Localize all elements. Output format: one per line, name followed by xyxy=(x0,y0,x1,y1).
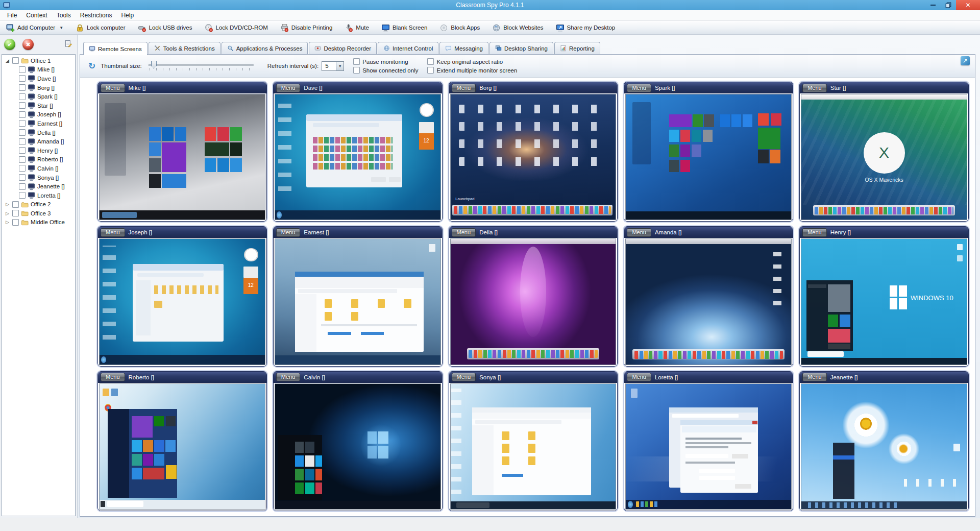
checkbox[interactable] xyxy=(19,93,26,100)
tree-item-amanda[interactable]: Amanda [] xyxy=(2,137,75,146)
add-computer-button[interactable]: Add Computer▼ xyxy=(6,23,63,32)
checkbox[interactable] xyxy=(19,75,26,82)
tree-item-borg[interactable]: Borg [] xyxy=(2,83,75,92)
panel-menu-button[interactable]: Menu xyxy=(452,228,476,237)
tab-internet-control[interactable]: Internet Control xyxy=(378,42,438,54)
checkbox[interactable] xyxy=(353,58,360,65)
tab-remote-screens[interactable]: Remote Screens xyxy=(83,42,148,55)
tree-item-star[interactable]: Star [] xyxy=(2,101,75,110)
restore-button[interactable] xyxy=(941,0,956,10)
connect-button[interactable]: ✔ xyxy=(4,39,15,50)
remote-screen-thumbnail[interactable] xyxy=(275,239,440,364)
menu-restrictions[interactable]: Restrictions xyxy=(76,11,117,20)
tree-item-henry[interactable]: Henry [] xyxy=(2,146,75,155)
block-websites-button[interactable]: Block Websites xyxy=(492,23,543,32)
minimize-button[interactable] xyxy=(925,0,941,10)
tab-desktop-sharing[interactable]: Desktop Sharing xyxy=(489,42,553,54)
tree-item-sonya[interactable]: Sonya [] xyxy=(2,173,75,182)
checkbox[interactable] xyxy=(19,156,26,163)
option-show-connected-only[interactable]: Show connected only xyxy=(353,67,418,74)
panel-menu-button[interactable]: Menu xyxy=(276,228,301,237)
disconnect-button[interactable]: ✖ xyxy=(22,39,34,50)
checkbox[interactable] xyxy=(12,219,19,226)
checkbox[interactable] xyxy=(19,66,26,73)
tree-group-office-3[interactable]: ▷Office 3 xyxy=(2,209,75,218)
tree-group-office-2[interactable]: ▷Office 2 xyxy=(2,200,75,209)
close-button[interactable]: ✕ xyxy=(956,0,980,10)
remote-screen-thumbnail[interactable] xyxy=(100,94,265,220)
panel-menu-button[interactable]: Menu xyxy=(101,373,125,381)
panel-menu-button[interactable]: Menu xyxy=(452,84,476,92)
checkbox[interactable] xyxy=(427,58,434,65)
tree-item-dave[interactable]: Dave [] xyxy=(2,74,75,83)
panel-menu-button[interactable]: Menu xyxy=(802,84,827,92)
blank-screen-button[interactable]: Blank Screen xyxy=(381,23,427,32)
refresh-icon[interactable]: ↻ xyxy=(88,61,95,71)
checkbox[interactable] xyxy=(353,67,360,74)
tab-applications-processes[interactable]: Applications & Processes xyxy=(222,42,308,54)
checkbox[interactable] xyxy=(12,210,19,216)
remote-screen-thumbnail[interactable] xyxy=(275,384,440,509)
remote-screen-thumbnail[interactable]: 12 xyxy=(100,239,265,364)
checkbox[interactable] xyxy=(19,165,26,172)
tree-item-mike[interactable]: Mike [] xyxy=(2,65,75,75)
checkbox[interactable] xyxy=(19,111,26,118)
checkbox[interactable] xyxy=(12,201,19,208)
checkbox[interactable] xyxy=(19,102,26,109)
remote-screen-thumbnail[interactable]: Launchpad xyxy=(451,94,616,220)
refresh-interval-select[interactable]: 5 ▼ xyxy=(322,61,344,71)
remote-screen-thumbnail[interactable] xyxy=(626,384,791,509)
lock-dvd-cd-rom-button[interactable]: Lock DVD/CD-ROM xyxy=(205,23,268,32)
checkbox[interactable] xyxy=(19,129,26,136)
remote-screen-thumbnail[interactable] xyxy=(801,384,967,509)
panel-menu-button[interactable]: Menu xyxy=(276,373,301,381)
menu-tools[interactable]: Tools xyxy=(52,11,76,20)
tree-item-joseph[interactable]: Joseph [] xyxy=(2,110,75,119)
checkbox[interactable] xyxy=(427,67,434,74)
panel-menu-button[interactable]: Menu xyxy=(627,228,651,237)
expand-icon[interactable]: ▷ xyxy=(5,220,10,225)
panel-menu-button[interactable]: Menu xyxy=(802,373,827,381)
remote-screen-thumbnail[interactable]: WINDOWS 10 xyxy=(801,239,967,364)
remote-screen-thumbnail[interactable]: XOS X Mavericks xyxy=(801,94,967,220)
edit-list-button[interactable] xyxy=(64,40,72,49)
panel-menu-button[interactable]: Menu xyxy=(276,84,301,92)
share-my-desktop-button[interactable]: Share my Desktop xyxy=(556,23,616,32)
option-keep-original-aspect-ratio[interactable]: Keep original aspect ratio xyxy=(427,58,517,65)
remote-screen-thumbnail[interactable] xyxy=(626,239,791,364)
lock-computer-button[interactable]: Lock computer xyxy=(76,23,125,32)
tree-item-loretta[interactable]: Loretta [] xyxy=(2,191,75,200)
fullscreen-button[interactable]: ↗ xyxy=(961,56,970,65)
thumbnail-size-slider[interactable] xyxy=(148,59,254,73)
checkbox[interactable] xyxy=(19,138,26,145)
menu-help[interactable]: Help xyxy=(116,11,138,20)
panel-menu-button[interactable]: Menu xyxy=(627,84,651,92)
collapse-icon[interactable]: ◢ xyxy=(5,58,10,63)
option-extend-multiple-monitor-screen[interactable]: Extend multiple monitor screen xyxy=(427,67,517,74)
remote-screen-thumbnail[interactable] xyxy=(451,384,616,509)
option-pause-monitoring[interactable]: Pause monitoring xyxy=(353,58,418,65)
remote-screen-thumbnail[interactable] xyxy=(451,239,616,364)
checkbox[interactable] xyxy=(19,120,26,127)
block-apps-button[interactable]: Block Apps xyxy=(439,23,480,32)
remote-screen-thumbnail[interactable] xyxy=(626,94,791,220)
tab-messaging[interactable]: Messaging xyxy=(439,42,488,54)
tree-group-middle-office[interactable]: ▷Middle Office xyxy=(2,218,75,227)
tree-item-calvin[interactable]: Calvin [] xyxy=(2,164,75,173)
checkbox[interactable] xyxy=(19,174,26,181)
tab-tools-restrictions[interactable]: Tools & Restrictions xyxy=(149,42,220,54)
menu-file[interactable]: File xyxy=(3,11,21,20)
disable-printing-button[interactable]: Disable Printing xyxy=(280,23,333,32)
panel-menu-button[interactable]: Menu xyxy=(802,228,827,237)
remote-screen-thumbnail[interactable]: 12 xyxy=(275,94,440,220)
tree-item-della[interactable]: Della [] xyxy=(2,128,75,137)
panel-menu-button[interactable]: Menu xyxy=(101,228,125,237)
tree-item-spark[interactable]: Spark [] xyxy=(2,92,75,101)
panel-menu-button[interactable]: Menu xyxy=(452,373,476,381)
panel-menu-button[interactable]: Menu xyxy=(101,84,125,92)
panel-menu-button[interactable]: Menu xyxy=(627,373,651,381)
checkbox[interactable] xyxy=(19,183,26,190)
remote-screen-thumbnail[interactable] xyxy=(100,384,265,509)
tab-reporting[interactable]: Reporting xyxy=(554,42,600,54)
lock-usb-drives-button[interactable]: Lock USB drives xyxy=(138,23,192,32)
